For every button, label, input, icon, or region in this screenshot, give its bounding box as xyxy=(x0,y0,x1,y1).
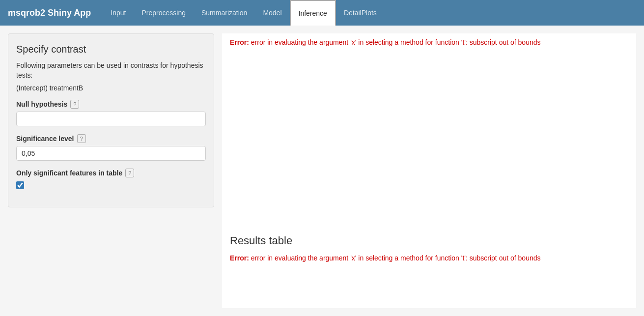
bottom-error-label: Error: xyxy=(230,254,249,262)
right-panel: Error: error in evaluating the argument … xyxy=(222,33,636,308)
null-hypothesis-group: Null hypothesis ? xyxy=(16,100,206,126)
top-error: Error: error in evaluating the argument … xyxy=(230,37,628,48)
main-content: Specify contrast Following parameters ca… xyxy=(0,26,644,316)
results-section: Results table Error: error in evaluating… xyxy=(230,234,628,263)
top-error-text: error in evaluating the argument 'x' in … xyxy=(249,38,541,46)
bottom-error: Error: error in evaluating the argument … xyxy=(230,253,628,263)
app-brand: msqrob2 Shiny App xyxy=(8,8,91,18)
only-significant-help[interactable]: ? xyxy=(125,169,134,177)
sidebar-panel: Specify contrast Following parameters ca… xyxy=(8,33,214,207)
top-error-label: Error: xyxy=(230,38,249,46)
nav-model[interactable]: Model xyxy=(255,0,289,26)
nav-detailplots[interactable]: DetailPlots xyxy=(336,0,385,26)
only-significant-checkbox-wrapper xyxy=(16,181,206,189)
nav-inference[interactable]: Inference xyxy=(290,0,336,26)
null-hypothesis-input[interactable] xyxy=(16,112,206,126)
significance-level-group: Significance level ? xyxy=(16,134,206,161)
nav-input[interactable]: Input xyxy=(103,0,134,26)
significance-level-help[interactable]: ? xyxy=(77,134,86,143)
only-significant-checkbox[interactable] xyxy=(16,181,24,189)
params-text: (Intercept) treatmentB xyxy=(16,84,206,92)
nav-items: Input Preprocessing Summarization Model … xyxy=(103,0,384,26)
nav-summarization[interactable]: Summarization xyxy=(194,0,255,26)
navbar: msqrob2 Shiny App Input Preprocessing Su… xyxy=(0,0,644,26)
nav-preprocessing[interactable]: Preprocessing xyxy=(134,0,194,26)
bottom-error-text: error in evaluating the argument 'x' in … xyxy=(249,254,541,262)
null-hypothesis-help[interactable]: ? xyxy=(70,100,79,109)
only-significant-group: Only significant features in table ? xyxy=(16,169,206,189)
panel-title: Specify contrast xyxy=(16,44,206,55)
null-hypothesis-label: Null hypothesis ? xyxy=(16,100,206,109)
significance-level-input[interactable] xyxy=(16,146,206,161)
panel-description: Following parameters can be used in cont… xyxy=(16,61,206,80)
only-significant-label: Only significant features in table ? xyxy=(16,169,206,177)
results-title: Results table xyxy=(230,234,628,247)
significance-level-label: Significance level ? xyxy=(16,134,206,143)
